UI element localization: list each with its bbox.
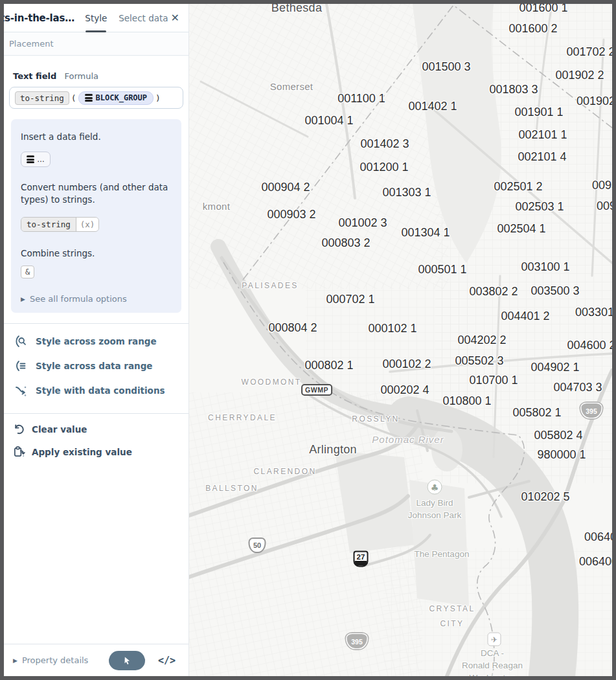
block-group-label: 010202 5 bbox=[521, 490, 569, 504]
property-details-toggle[interactable]: ▶ Property details bbox=[13, 655, 88, 665]
clipboard-arrow-icon bbox=[13, 446, 25, 458]
block-group-label: 010800 1 bbox=[442, 394, 491, 408]
open-paren: ( bbox=[71, 93, 77, 103]
block-group-label: 0095 bbox=[592, 179, 612, 192]
data-range-icon bbox=[14, 359, 27, 372]
block-group-label: 004202 2 bbox=[457, 334, 506, 347]
data-field-icon bbox=[85, 94, 93, 102]
block-group-label: 000804 2 bbox=[268, 321, 317, 335]
map-canvas[interactable]: 001600 1001600 2001702 2001500 3001902 2… bbox=[189, 4, 612, 676]
tab-style[interactable]: Style bbox=[85, 13, 107, 23]
cursor-tool-button[interactable] bbox=[109, 651, 145, 670]
placement-label: Placement bbox=[9, 39, 54, 49]
field-head: Text field Formula bbox=[13, 71, 188, 81]
placement-section-row[interactable]: Placement bbox=[4, 32, 188, 56]
place-label: kmont bbox=[203, 201, 230, 212]
place-label: PALISADES bbox=[242, 278, 298, 293]
block-group-label: 005802 1 bbox=[512, 406, 561, 420]
block-group-label: 000102 2 bbox=[382, 357, 431, 371]
value-action-list: Clear value Apply existing value bbox=[4, 418, 188, 463]
block-group-label: 001100 1 bbox=[337, 92, 385, 106]
formula-input[interactable]: to-string ( BLOCK_GROUP ) bbox=[9, 87, 183, 109]
block-group-label: 002501 2 bbox=[494, 180, 542, 194]
block-group-label: 003301 bbox=[575, 306, 612, 319]
place-label: Somerset bbox=[270, 81, 314, 92]
cursor-icon bbox=[122, 655, 132, 666]
block-group-label: 001304 1 bbox=[401, 226, 450, 240]
undo-icon bbox=[13, 423, 25, 435]
block-group-label: 980000 1 bbox=[537, 448, 586, 462]
route-shield-27: 27 bbox=[354, 551, 369, 567]
code-view-button[interactable]: </> bbox=[154, 654, 179, 667]
close-icon[interactable]: ✕ bbox=[168, 10, 182, 25]
block-group-label: 006400 bbox=[579, 555, 612, 569]
place-label: Arlington bbox=[309, 443, 357, 457]
block-group-label: 000102 1 bbox=[368, 322, 416, 335]
insert-field-button[interactable]: … bbox=[21, 152, 51, 167]
to-string-token[interactable]: to-string bbox=[15, 91, 69, 105]
block-group-label: 003802 2 bbox=[469, 285, 518, 299]
place-label: Bethesda bbox=[271, 4, 322, 15]
place-label: CRYSTAL CITY bbox=[429, 602, 475, 631]
divider bbox=[4, 413, 188, 414]
to-string-helper-token[interactable]: to-string (x) bbox=[21, 217, 99, 232]
block-group-label: 009 bbox=[597, 199, 612, 213]
clear-value-button[interactable]: Clear value bbox=[4, 418, 188, 440]
app-window: ts-in-the-las… Style Select data ✕ Place… bbox=[0, 0, 616, 680]
block-group-label: 000803 2 bbox=[321, 236, 370, 250]
block-group-label: 001500 3 bbox=[422, 60, 470, 74]
block-group-label: 004401 2 bbox=[501, 310, 549, 323]
place-label: WOODMONT bbox=[241, 375, 301, 390]
style-action-list: Style across zoom range Style across dat… bbox=[4, 329, 188, 403]
block-group-label: 001402 3 bbox=[360, 137, 409, 151]
place-label: Potomac River bbox=[372, 434, 444, 445]
route-shield-50: 50 bbox=[249, 538, 266, 553]
combine-label: Combine strings. bbox=[21, 247, 172, 260]
place-label: CLARENDON bbox=[254, 464, 317, 479]
block-group-label: 001200 1 bbox=[359, 161, 408, 174]
block-group-label: 001702 2 bbox=[566, 45, 612, 59]
block-group-label: 001901 1 bbox=[514, 106, 563, 119]
tab-select-data[interactable]: Select data bbox=[119, 13, 168, 23]
insert-field-label: Insert a data field. bbox=[21, 131, 172, 143]
see-all-formula-options[interactable]: ▶ See all formula options bbox=[21, 294, 172, 304]
formula-mode-label: Formula bbox=[64, 71, 98, 81]
block-group-label: 000802 1 bbox=[304, 359, 353, 372]
apply-existing-value-button[interactable]: Apply existing value bbox=[4, 440, 188, 463]
block-group-label: 002504 1 bbox=[497, 222, 545, 236]
block-group-token[interactable]: BLOCK_GROUP bbox=[78, 91, 154, 105]
block-group-label: 001902 bbox=[576, 95, 612, 108]
block-group-label: 001600 2 bbox=[508, 22, 557, 36]
style-panel: ts-in-the-las… Style Select data ✕ Place… bbox=[4, 4, 189, 676]
place-label: BALLSTON bbox=[205, 481, 258, 496]
layer-title: ts-in-the-las… bbox=[0, 12, 80, 24]
panel-footer: ▶ Property details </> bbox=[4, 644, 188, 676]
block-group-label: 000702 1 bbox=[326, 293, 374, 306]
block-group-label: 000903 2 bbox=[267, 208, 315, 221]
style-with-data-conditions[interactable]: Style with data conditions bbox=[4, 378, 188, 403]
route-shield-395: 395 bbox=[580, 403, 602, 419]
text-field-label: Text field bbox=[13, 71, 56, 81]
block-group-label: 003500 3 bbox=[530, 284, 579, 298]
route-shield-gwmp: GWMP bbox=[301, 384, 332, 396]
zoom-range-icon bbox=[14, 335, 27, 348]
divider bbox=[4, 323, 188, 324]
ampersand-token[interactable]: & bbox=[21, 266, 34, 278]
style-across-zoom-range[interactable]: Style across zoom range bbox=[4, 329, 188, 354]
block-group-label: 003100 1 bbox=[521, 260, 569, 274]
style-across-data-range[interactable]: Style across data range bbox=[4, 354, 188, 378]
block-group-label: 001004 1 bbox=[304, 114, 353, 128]
block-group-label: 001002 3 bbox=[338, 216, 387, 230]
block-group-label: 010700 1 bbox=[469, 374, 518, 387]
block-group-label: 002101 1 bbox=[518, 128, 567, 142]
place-label: CHERRYDALE bbox=[208, 411, 277, 425]
block-group-label: 001803 3 bbox=[489, 83, 538, 96]
block-group-label: 000202 4 bbox=[380, 383, 429, 397]
block-group-label: 001303 1 bbox=[382, 186, 431, 199]
block-group-label: 002101 4 bbox=[518, 150, 566, 164]
block-group-label: 00640 bbox=[584, 530, 612, 544]
place-label: Lady Bird Johnson Park bbox=[408, 497, 462, 521]
block-group-label: 000501 1 bbox=[418, 263, 466, 277]
block-group-label: 002503 1 bbox=[515, 200, 564, 214]
place-label: ROSSLYN bbox=[352, 412, 399, 427]
